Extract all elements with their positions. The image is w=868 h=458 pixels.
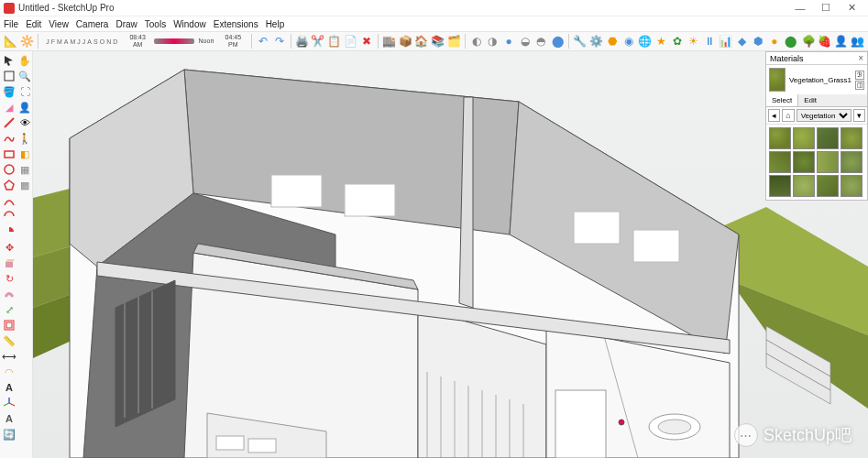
materials-menu-icon[interactable]: ▾ <box>853 109 865 122</box>
material-swatch[interactable] <box>817 127 839 149</box>
layers-icon[interactable]: 📚 <box>431 33 445 49</box>
look-around-icon[interactable]: 👁 <box>17 115 32 130</box>
menu-window[interactable]: Window <box>173 19 206 29</box>
pie-icon[interactable] <box>2 224 16 239</box>
ext9-icon[interactable]: ⏸ <box>702 33 717 49</box>
select-tool-icon[interactable] <box>2 53 16 68</box>
axes-icon[interactable] <box>2 396 16 410</box>
make-component-icon[interactable] <box>2 69 16 83</box>
plugin3-icon[interactable]: 👤 <box>834 33 849 49</box>
ext4-icon[interactable]: ◉ <box>621 33 636 49</box>
followme-icon[interactable] <box>2 287 16 301</box>
warehouse-icon[interactable]: 🏬 <box>382 33 397 49</box>
model-info-icon[interactable]: 📐 <box>4 33 18 49</box>
ext10-icon[interactable]: 📊 <box>719 33 733 49</box>
material-swatch[interactable] <box>793 151 815 173</box>
material-swatch[interactable] <box>769 175 791 197</box>
walk-icon[interactable]: 🚶 <box>17 131 32 146</box>
outliner-icon[interactable]: 🗂️ <box>446 33 461 49</box>
scale-icon[interactable]: ⤢ <box>2 302 16 317</box>
material-swatch[interactable] <box>769 127 791 149</box>
material-swatch[interactable] <box>769 151 791 173</box>
protractor-icon[interactable]: ◠ <box>2 365 16 379</box>
copy-icon[interactable]: 📋 <box>327 33 342 49</box>
delete-icon[interactable]: ✖ <box>359 33 374 49</box>
menu-edit[interactable]: Edit <box>26 19 41 29</box>
material-swatch[interactable] <box>793 127 815 149</box>
move-icon[interactable]: ✥ <box>2 240 16 255</box>
plugin1-icon[interactable]: 🌳 <box>801 33 816 49</box>
sandbox2-icon[interactable]: ▩ <box>17 178 32 192</box>
pan-icon[interactable]: ✋ <box>17 53 32 68</box>
menu-file[interactable]: File <box>4 19 18 29</box>
materials-home-icon[interactable]: ⌂ <box>782 109 794 122</box>
close-button[interactable]: ✕ <box>839 2 864 14</box>
offset-icon[interactable] <box>2 318 16 333</box>
menu-camera[interactable]: Camera <box>76 19 109 29</box>
print-icon[interactable]: 🖨️ <box>294 33 309 49</box>
style6-icon[interactable]: ⬤ <box>550 33 565 49</box>
ext14-icon[interactable]: ⬤ <box>784 33 798 49</box>
materials-close-icon[interactable]: × <box>858 53 863 63</box>
tape-icon[interactable]: 📏 <box>2 333 16 348</box>
group-icon[interactable]: 🏠 <box>414 33 429 49</box>
orbit-icon[interactable]: 🔄 <box>2 427 16 442</box>
undo-icon[interactable]: ↶ <box>256 33 270 49</box>
style3-icon[interactable]: ● <box>501 33 516 49</box>
position-camera-icon[interactable]: 👤 <box>17 100 32 114</box>
style5-icon[interactable]: ◓ <box>534 33 549 49</box>
circle-icon[interactable] <box>2 162 16 177</box>
maximize-button[interactable]: ☐ <box>813 2 839 14</box>
redo-icon[interactable]: ↷ <box>272 33 287 49</box>
materials-back-icon[interactable]: ◂ <box>768 109 780 122</box>
pushpull-icon[interactable] <box>2 256 16 270</box>
time-slider[interactable] <box>154 38 194 44</box>
material-create-icon[interactable]: ◫ <box>855 81 864 90</box>
ext13-icon[interactable]: ● <box>767 33 782 49</box>
ext5-icon[interactable]: 🌐 <box>638 33 653 49</box>
cut-icon[interactable]: ✂️ <box>311 33 325 49</box>
ext7-icon[interactable]: ✿ <box>670 33 685 49</box>
material-swatch[interactable] <box>841 127 863 149</box>
line-tool-icon[interactable] <box>2 115 16 130</box>
3dtext-icon[interactable]: A <box>2 411 16 426</box>
material-picker-icon[interactable]: ℬ <box>855 71 864 80</box>
rotate-icon[interactable]: ↻ <box>2 271 16 286</box>
menu-tools[interactable]: Tools <box>145 19 166 29</box>
rectangle-icon[interactable] <box>2 147 16 161</box>
zoom-extents-icon[interactable]: ⛶ <box>17 84 32 99</box>
ext6-icon[interactable]: ★ <box>654 33 668 49</box>
paint-bucket-icon[interactable]: 🪣 <box>2 84 16 99</box>
arc-icon[interactable] <box>2 193 16 208</box>
tab-edit[interactable]: Edit <box>798 94 822 106</box>
menu-help[interactable]: Help <box>266 19 285 29</box>
time-icon[interactable]: 🔆 <box>20 33 35 49</box>
menu-extensions[interactable]: Extensions <box>214 19 258 29</box>
component-icon[interactable]: 📦 <box>398 33 412 49</box>
paste-icon[interactable]: 📄 <box>344 33 358 49</box>
ext3-icon[interactable]: ⬣ <box>605 33 620 49</box>
text-icon[interactable]: A <box>2 380 16 395</box>
ext1-icon[interactable]: 🔧 <box>573 33 588 49</box>
freehand-icon[interactable] <box>2 131 16 146</box>
material-swatch[interactable] <box>817 151 839 173</box>
minimize-button[interactable]: — <box>787 3 813 14</box>
dimension-icon[interactable]: ⟷ <box>2 349 16 364</box>
style4-icon[interactable]: ◒ <box>518 33 533 49</box>
menu-view[interactable]: View <box>49 19 69 29</box>
style1-icon[interactable]: ◐ <box>469 33 484 49</box>
polygon-icon[interactable] <box>2 178 16 192</box>
material-swatch[interactable] <box>817 175 839 197</box>
plugin4-icon[interactable]: 👥 <box>850 33 864 49</box>
tab-select[interactable]: Select <box>766 94 798 106</box>
ext2-icon[interactable]: ⚙️ <box>589 33 604 49</box>
material-swatch[interactable] <box>841 175 863 197</box>
ext12-icon[interactable]: ⬢ <box>751 33 765 49</box>
style2-icon[interactable]: ◑ <box>486 33 500 49</box>
ext8-icon[interactable]: ☀ <box>687 33 701 49</box>
eraser-icon[interactable]: ◢ <box>2 100 16 114</box>
section-icon[interactable]: ◧ <box>17 147 32 161</box>
ext11-icon[interactable]: ◆ <box>735 33 750 49</box>
viewport-3d[interactable]: Materials × Vegetation_Grass1 ℬ ◫ Select… <box>33 51 868 458</box>
month-selector[interactable]: JFM AMJ JAS OND <box>46 38 117 45</box>
